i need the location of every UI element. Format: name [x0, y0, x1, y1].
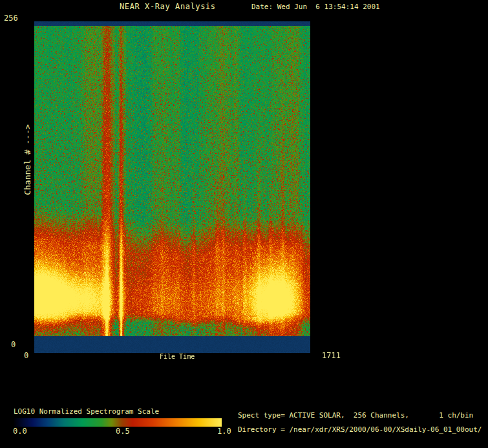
x-axis-min-tick: 0 [24, 352, 28, 360]
colorbar-tick-max: 1.0 [217, 427, 231, 436]
colorbar-gradient [14, 418, 222, 427]
page-title: NEAR X-Ray Analysis [120, 3, 216, 11]
app-window: NEAR X-Ray Analysis Date: Wed Jun 6 13:5… [0, 0, 488, 448]
spect-type-line: Spect type= ACTIVE SOLAR, 256 Channels, … [238, 411, 473, 420]
colorbar-title: LOG10 Normalized Spectrogram Scale [14, 407, 159, 416]
colorbar-tick-mid: 0.5 [116, 427, 130, 436]
header-date: Date: Wed Jun 6 13:54:14 2001 [251, 3, 380, 11]
colorbar-tick-min: 0.0 [13, 427, 27, 436]
y-axis-label: Channel # ---> [23, 124, 32, 195]
spectrogram-image [34, 21, 310, 353]
y-axis-max-tick: 256 [4, 14, 18, 23]
x-axis-label: File Time [160, 352, 195, 361]
directory-line: Directory = /near/xdr/XRS/2000/06-00/XSd… [238, 425, 482, 434]
x-axis-max-tick: 1711 [322, 352, 341, 360]
y-axis-min-tick: 0 [11, 341, 16, 349]
